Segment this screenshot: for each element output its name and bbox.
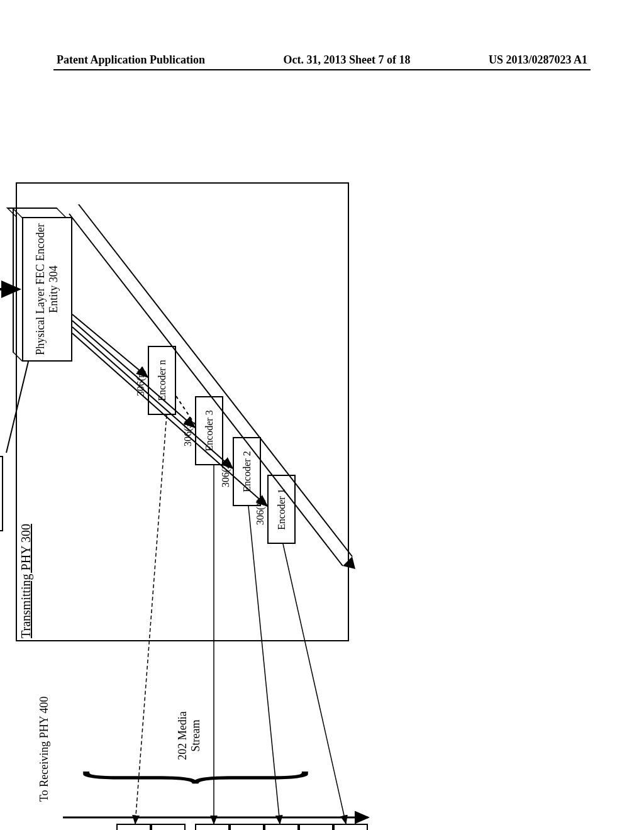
encoder-2-box: Encoder 2 bbox=[233, 437, 261, 506]
physical-layer-fec-encoder-box: Physical Layer FEC Encoder Entity 304 bbox=[22, 217, 72, 362]
header-right: US 2013/0287023 A1 bbox=[489, 53, 587, 67]
encoder-3-label: 306(3) bbox=[182, 419, 194, 446]
header-divider bbox=[53, 69, 591, 70]
encoder-n-box: Encoder n bbox=[148, 346, 176, 415]
encoder-3-box: Encoder 3 bbox=[195, 396, 223, 465]
phy-encoder-3d-right bbox=[6, 208, 66, 217]
media-frame-1 bbox=[116, 824, 151, 830]
header-left: Patent Application Publication bbox=[57, 53, 205, 67]
media-frame-2 bbox=[151, 824, 186, 830]
phy-encoder-text: Physical Layer FEC Encoder Entity 304 bbox=[34, 218, 60, 360]
media-stream-label: 202 Media Stream bbox=[176, 698, 203, 773]
encoder-n-label: 306(n) bbox=[135, 369, 147, 396]
media-frame-6 bbox=[299, 824, 333, 830]
frame-tags-box: Frame Tags 216 bbox=[0, 456, 3, 531]
figure-3: Fig. 3 Hint Track 214 Frame Tags 216 Une… bbox=[0, 170, 641, 660]
encoder-n-text: Encoder n bbox=[157, 360, 168, 401]
encoder-1-text: Encoder 1 bbox=[276, 489, 287, 529]
encoder-2-label: 306(2) bbox=[220, 460, 231, 487]
media-frame-4 bbox=[230, 824, 264, 830]
encoder-3-text: Encoder 3 bbox=[204, 410, 215, 451]
header-center: Oct. 31, 2013 Sheet 7 of 18 bbox=[284, 53, 411, 67]
media-frame-5 bbox=[264, 824, 299, 830]
media-frame-7 bbox=[333, 824, 368, 830]
phy-encoder-3d-top bbox=[13, 208, 22, 362]
encoder-1-label: 306(1) bbox=[255, 498, 266, 525]
encoder-1-box: Encoder 1 bbox=[267, 475, 296, 544]
patent-header: Patent Application Publication Oct. 31, … bbox=[0, 53, 644, 67]
transmitting-phy-label: Transmitting PHY 300 bbox=[19, 524, 33, 638]
media-frame-3 bbox=[195, 824, 230, 830]
encoder-2-text: Encoder 2 bbox=[242, 451, 253, 492]
